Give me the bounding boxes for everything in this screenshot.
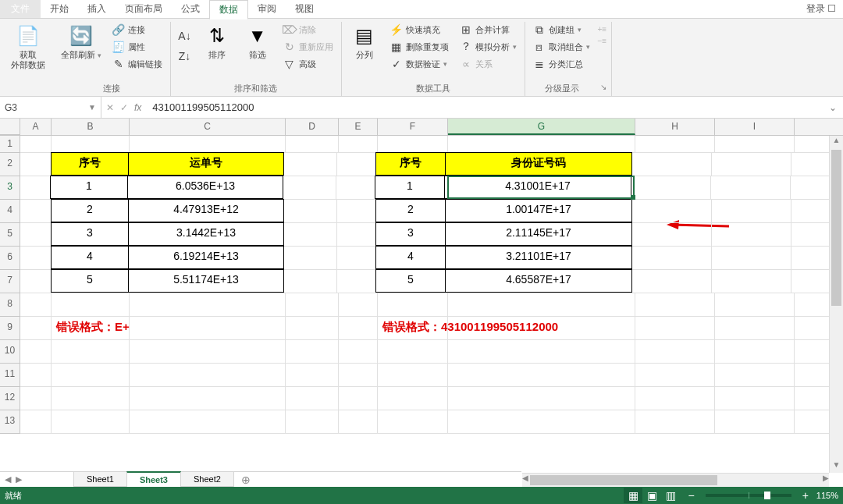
cell-F6[interactable]: 4: [375, 246, 446, 269]
cell-E8[interactable]: [339, 293, 378, 316]
cell-I8[interactable]: [715, 293, 795, 316]
sort-za-button[interactable]: Z↓: [176, 48, 194, 64]
advanced-filter-button[interactable]: ▽高级: [280, 56, 336, 72]
cell-H12[interactable]: [635, 387, 715, 410]
scroll-right-icon[interactable]: ▶: [823, 474, 829, 486]
tab-view[interactable]: 视图: [286, 0, 323, 18]
formula-input[interactable]: [146, 100, 823, 115]
cell-D13[interactable]: [286, 410, 339, 433]
row-header-5[interactable]: 5: [0, 223, 20, 247]
cell-E2[interactable]: [337, 153, 376, 176]
cell-D1[interactable]: [286, 136, 339, 152]
cell-A1[interactable]: [20, 136, 52, 152]
tab-home[interactable]: 开始: [41, 0, 78, 18]
cell-E6[interactable]: [337, 247, 376, 269]
consolidate-button[interactable]: ⊞合并计算: [457, 22, 520, 37]
cell-I3[interactable]: [711, 176, 791, 199]
tab-insert[interactable]: 插入: [78, 0, 116, 18]
collapse-detail-icon[interactable]: −≡: [598, 37, 607, 45]
cell-B1[interactable]: [52, 136, 130, 152]
cell-D3[interactable]: [283, 176, 336, 199]
cell-B6[interactable]: 4: [51, 246, 129, 269]
cell-A6[interactable]: [20, 247, 52, 269]
cell-G11[interactable]: [448, 364, 635, 386]
cell-D8[interactable]: [286, 293, 339, 316]
cell-D11[interactable]: [286, 364, 339, 386]
cell-D2[interactable]: [284, 153, 337, 176]
cell-I1[interactable]: [715, 136, 795, 152]
view-page-layout-button[interactable]: ▣: [642, 488, 661, 503]
cell-I7[interactable]: [712, 270, 791, 293]
cell-I4[interactable]: [712, 200, 791, 222]
vertical-scrollbar[interactable]: ▲ ▼: [829, 136, 843, 473]
cell-H3[interactable]: [631, 176, 711, 199]
cell-D4[interactable]: [284, 200, 337, 222]
cell-H9[interactable]: [635, 317, 715, 339]
cell-C6[interactable]: 6.19214E+13: [128, 246, 284, 269]
cell-B5[interactable]: 3: [51, 222, 129, 246]
cell-C12[interactable]: [130, 387, 286, 410]
cell-E13[interactable]: [339, 410, 378, 433]
cell-I5[interactable]: [712, 223, 791, 246]
fx-button[interactable]: fx: [134, 102, 141, 113]
cell-G8[interactable]: [448, 293, 635, 316]
cell-F13[interactable]: [378, 410, 448, 433]
cell-D9[interactable]: [286, 317, 339, 339]
cell-A12[interactable]: [20, 387, 52, 410]
clear-filter-button[interactable]: ⌦清除: [280, 22, 336, 37]
cell-G13[interactable]: [448, 410, 635, 433]
cell-A13[interactable]: [20, 410, 52, 433]
remove-duplicates-button[interactable]: ▦删除重复项: [387, 39, 452, 55]
whatif-button[interactable]: ？模拟分析 ▾: [457, 39, 520, 55]
ungroup-button[interactable]: ⧈取消组合 ▾: [530, 39, 593, 55]
scroll-thumb-v[interactable]: [831, 150, 841, 306]
cell-C7[interactable]: 5.51174E+13: [128, 269, 284, 293]
cell-I12[interactable]: [715, 387, 795, 410]
zoom-level[interactable]: 115%: [816, 491, 838, 500]
cell-B8[interactable]: [52, 293, 130, 316]
cell-E1[interactable]: [339, 136, 378, 152]
cell-E5[interactable]: [337, 223, 376, 246]
expand-detail-icon[interactable]: +≡: [598, 25, 607, 34]
cell-H4[interactable]: [632, 200, 712, 222]
cell-D5[interactable]: [284, 223, 337, 246]
cell-G2[interactable]: 身份证号码: [445, 152, 632, 176]
cell-A3[interactable]: [20, 176, 51, 199]
column-header-I[interactable]: I: [715, 119, 795, 135]
select-all-corner[interactable]: [0, 119, 20, 135]
cell-A2[interactable]: [20, 153, 52, 176]
sheet-tab-sheet2[interactable]: Sheet2: [180, 472, 234, 487]
cell-C8[interactable]: [130, 293, 286, 316]
cell-B2[interactable]: 序号: [51, 152, 129, 176]
cell-E7[interactable]: [337, 270, 376, 293]
refresh-all-button[interactable]: 🔄 全部刷新 ▾: [58, 22, 105, 62]
cell-D12[interactable]: [286, 387, 339, 410]
cell-C4[interactable]: 4.47913E+12: [128, 199, 284, 222]
row-header-11[interactable]: 11: [0, 364, 20, 387]
tab-page-layout[interactable]: 页面布局: [116, 0, 172, 18]
horizontal-scrollbar[interactable]: ◀ ▶: [522, 473, 829, 487]
zoom-in-button[interactable]: +: [801, 489, 810, 502]
cell-H7[interactable]: [632, 270, 712, 293]
cell-D10[interactable]: [286, 340, 339, 363]
cell-G5[interactable]: 2.11145E+17: [445, 222, 632, 246]
login-button[interactable]: 登录: [799, 0, 843, 18]
column-header-H[interactable]: H: [635, 119, 715, 135]
cell-I2[interactable]: [712, 153, 791, 176]
new-sheet-button[interactable]: ⊕: [233, 474, 258, 486]
flash-fill-button[interactable]: ⚡快速填充: [387, 22, 452, 37]
cell-C5[interactable]: 3.1442E+13: [128, 222, 284, 246]
filter-button[interactable]: ▼ 筛选: [240, 22, 276, 62]
zoom-out-button[interactable]: −: [686, 489, 695, 502]
cell-F3[interactable]: 1: [375, 176, 445, 199]
cell-H6[interactable]: [632, 247, 712, 269]
cell-B3[interactable]: 1: [50, 176, 128, 199]
reapply-button[interactable]: ↻重新应用: [280, 39, 336, 55]
cell-G9[interactable]: [448, 317, 635, 339]
data-validation-button[interactable]: ✓数据验证 ▾: [387, 56, 452, 72]
cell-H13[interactable]: [635, 410, 715, 433]
cell-I11[interactable]: [715, 364, 795, 386]
sheet-tab-sheet1[interactable]: Sheet1: [73, 472, 127, 487]
sort-az-button[interactable]: A↓: [176, 28, 194, 44]
sheet-nav-next-icon[interactable]: ▶: [14, 474, 23, 484]
